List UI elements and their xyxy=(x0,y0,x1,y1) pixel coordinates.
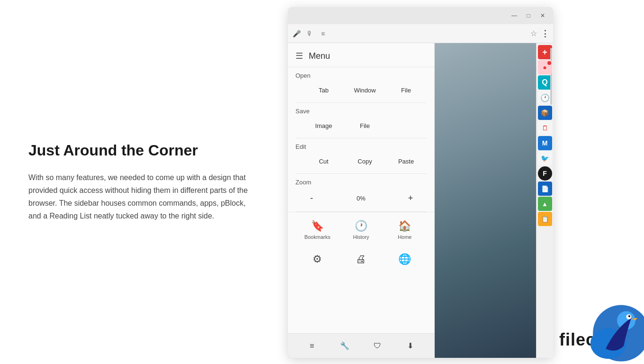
open-row: Tab Window File xyxy=(295,83,427,100)
bookmarks-nav-item[interactable]: 🔖 Bookmarks xyxy=(295,218,339,242)
svg-point-3 xyxy=(626,314,632,319)
menu-header: ☰ Menu xyxy=(288,43,434,67)
sidebar-scrollbar[interactable] xyxy=(550,48,552,105)
filecka-bird-icon xyxy=(578,302,644,364)
ext-m[interactable]: M xyxy=(538,136,552,150)
svg-point-4 xyxy=(628,315,630,317)
history-icon: 🕐 xyxy=(355,220,367,232)
microphone-icon[interactable]: 🎤 xyxy=(292,30,301,37)
save-row: Image File xyxy=(295,118,427,136)
edit-row: Cut Copy Paste xyxy=(295,154,427,172)
maximize-button[interactable]: □ xyxy=(522,9,535,22)
home-nav-item[interactable]: 🏠 Home xyxy=(383,218,427,242)
save-spacer xyxy=(385,124,427,128)
filecka-text: filecka xyxy=(559,330,616,350)
menu-edit-section: Edit Cut Copy Paste xyxy=(288,138,434,173)
ext-q[interactable]: Q xyxy=(538,75,552,90)
edit-label: Edit xyxy=(295,143,427,150)
menu-bottom-nav: 🔖 Bookmarks 🕐 History 🏠 Home xyxy=(288,212,434,247)
home-icon: 🏠 xyxy=(398,220,411,232)
ext-dropbox[interactable]: 📦 xyxy=(538,106,552,120)
zoom-plus-button[interactable]: + xyxy=(402,191,419,205)
left-content: Just Around the Corner With so many feat… xyxy=(0,0,284,364)
browser-body: St en We s ques After a especia where fa… xyxy=(288,43,553,358)
ext-nav-item[interactable]: 🌐 xyxy=(383,251,427,267)
paste-button[interactable]: Paste xyxy=(385,156,427,167)
ext-dot[interactable]: ● xyxy=(538,60,552,74)
minimize-button[interactable]: — xyxy=(508,9,521,22)
close-button[interactable]: ✕ xyxy=(536,9,549,22)
more-icon[interactable]: ⋮ xyxy=(541,28,549,39)
bookmarks-label: Bookmarks xyxy=(304,234,331,240)
menu-toolbar: ≡ 🔧 🛡 ⬇ xyxy=(288,333,434,358)
globe-icon: 🌐 xyxy=(398,253,411,265)
mic-icon[interactable]: 🎙 xyxy=(305,30,314,37)
open-window-button[interactable]: Window xyxy=(344,85,385,96)
history-label: History xyxy=(353,234,369,240)
toolbar-tools-button[interactable]: 🔧 xyxy=(328,337,361,354)
browser-window: — □ ✕ 🎤 🎙 ≡ ☆ ⋮ St en We s ques After a xyxy=(288,7,553,358)
menu-save-section: Save Image File xyxy=(288,103,434,138)
page-heading: Just Around the Corner xyxy=(28,141,256,159)
svg-point-2 xyxy=(617,311,635,329)
print-nav-item[interactable]: 🖨 xyxy=(339,251,383,267)
zoom-minus-button[interactable]: - xyxy=(303,191,320,205)
open-tab-button[interactable]: Tab xyxy=(303,85,344,96)
toolbar-shield-button[interactable]: 🛡 xyxy=(361,338,394,354)
menu-hamburger-icon[interactable]: ☰ xyxy=(295,51,303,61)
title-bar-buttons: — □ ✕ xyxy=(508,9,549,22)
save-file-button[interactable]: File xyxy=(344,120,385,131)
open-file-button[interactable]: File xyxy=(385,85,427,96)
browser-sidebar: + ● Q 🕐 📦 🗒 M 🐦 F 📄 ▲ 📋 xyxy=(536,43,553,358)
home-label: Home xyxy=(398,234,411,240)
ext-bird[interactable]: 🐦 xyxy=(538,151,552,165)
menu-title: Menu xyxy=(309,51,330,61)
address-bar: 🎤 🎙 ≡ ☆ ⋮ xyxy=(288,24,553,43)
save-image-button[interactable]: Image xyxy=(303,120,344,131)
menu-open-section: Open Tab Window File xyxy=(288,67,434,102)
cut-button[interactable]: Cut xyxy=(303,156,344,167)
ext-doc[interactable]: 📄 xyxy=(538,182,552,196)
toolbar-download-button[interactable]: ⬇ xyxy=(394,337,427,354)
svg-point-1 xyxy=(590,328,626,359)
history-nav-item[interactable]: 🕐 History xyxy=(339,218,383,242)
ext-yelldoc[interactable]: 📋 xyxy=(538,212,552,226)
lines-icon[interactable]: ≡ xyxy=(318,30,328,37)
ext-f[interactable]: F xyxy=(538,166,552,181)
toolbar-menu-button[interactable]: ≡ xyxy=(295,338,328,354)
settings-nav-item[interactable]: ⚙ xyxy=(295,251,339,267)
menu-zoom-section: Zoom - 0% + xyxy=(288,174,434,211)
menu-panel: ☰ Menu Open Tab Window File Save xyxy=(288,43,435,358)
svg-point-0 xyxy=(593,305,644,361)
ext-clock[interactable]: 🕐 xyxy=(538,91,552,105)
bookmarks-icon: 🔖 xyxy=(311,220,324,232)
ext-triangle[interactable]: ▲ xyxy=(538,197,552,211)
print-icon: 🖨 xyxy=(356,253,366,265)
zoom-label: Zoom xyxy=(295,179,427,186)
save-label: Save xyxy=(295,108,427,115)
title-bar: — □ ✕ xyxy=(288,7,553,24)
ext-add[interactable]: + xyxy=(538,45,552,59)
menu-bottom-ext: ⚙ 🖨 🌐 xyxy=(288,247,434,273)
zoom-value: 0% xyxy=(320,195,402,202)
copy-button[interactable]: Copy xyxy=(344,156,385,167)
settings-icon: ⚙ xyxy=(313,253,322,265)
star-icon[interactable]: ☆ xyxy=(530,29,537,38)
webpage-content: St en We s ques After a especia where fa… xyxy=(288,43,536,358)
open-label: Open xyxy=(295,72,427,79)
ext-reddoc[interactable]: 🗒 xyxy=(538,121,552,135)
zoom-row: - 0% + xyxy=(295,190,427,209)
page-body: With so many features, we needed to come… xyxy=(28,171,256,223)
